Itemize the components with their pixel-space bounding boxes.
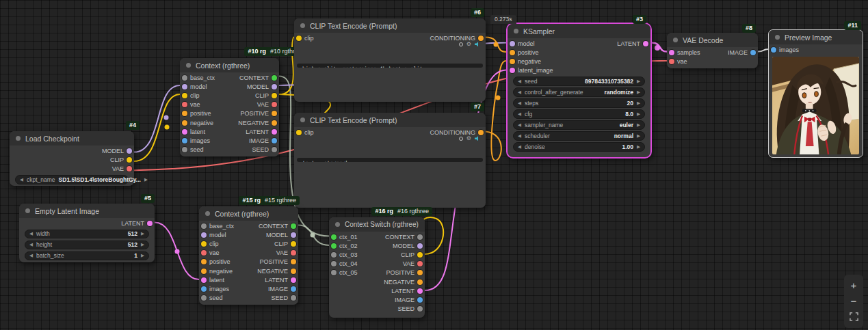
increment-icon[interactable]	[637, 122, 640, 128]
collapse-toggle-icon[interactable]	[300, 23, 305, 28]
collapse-toggle-icon[interactable]	[300, 118, 305, 122]
node-clip-text-encode-negative[interactable]: #7 CLIP Text Encode (Prompt) clipCONDITI…	[294, 113, 486, 208]
output-port-positive[interactable]: POSITIVE	[386, 269, 423, 276]
output-port-conditioning[interactable]: CONDITIONING	[430, 35, 484, 42]
input-port-ctx-02[interactable]: ctx_02	[331, 243, 358, 249]
decrement-icon[interactable]	[518, 122, 521, 128]
collapse-toggle-icon[interactable]	[186, 63, 191, 68]
width-widget[interactable]: width512	[25, 230, 149, 239]
speaker-icon[interactable]	[475, 42, 480, 46]
node-ksampler[interactable]: 0.273s #3 KSampler modelLATENT positive …	[506, 23, 652, 159]
output-port-vae[interactable]: VAE	[403, 260, 423, 267]
input-port-images[interactable]: images	[201, 286, 229, 292]
output-port-negative[interactable]: NEGATIVE	[384, 279, 423, 286]
output-port-model[interactable]: MODEL	[393, 243, 423, 249]
circle-icon[interactable]	[459, 42, 463, 46]
input-port-latent[interactable]: latent	[182, 128, 205, 135]
collapse-toggle-icon[interactable]	[775, 35, 780, 40]
collapse-toggle-icon[interactable]	[335, 222, 340, 227]
input-port-vae[interactable]: vae	[669, 58, 687, 65]
node-context-switch-16[interactable]: #16 rg#16 rgthree Context Switch (rgthre…	[329, 217, 425, 318]
output-port-positive[interactable]: POSITIVE	[259, 258, 296, 265]
input-port-images[interactable]: images	[771, 46, 799, 53]
prompt-textarea[interactable]: high quality,masterpiece,4k,best quality	[297, 64, 483, 68]
output-port-vae[interactable]: VAE	[112, 165, 132, 172]
ckpt-name-widget[interactable]: ckpt_nameSD1.5\SD1.4\storeBoughtGy...	[15, 175, 129, 184]
input-port-seed[interactable]: seed	[182, 146, 204, 153]
input-port-clip[interactable]: clip	[201, 240, 219, 247]
decrement-icon[interactable]	[518, 144, 521, 150]
decrement-icon[interactable]	[20, 177, 23, 182]
input-port-ctx-05[interactable]: ctx_05	[331, 269, 358, 276]
input-port-negative[interactable]: negative	[510, 58, 541, 65]
input-port-base-ctx[interactable]: base_ctx	[201, 223, 234, 230]
input-port-samples[interactable]: samples	[669, 49, 700, 56]
output-port-latent[interactable]: LATENT	[265, 277, 296, 284]
input-port-model[interactable]: model	[510, 40, 535, 47]
output-port-latent[interactable]: LATENT	[617, 40, 648, 47]
increment-icon[interactable]	[141, 231, 144, 236]
node-load-checkpoint[interactable]: #4 Load Checkpoint MODEL CLIP VAE ckpt_n…	[10, 131, 134, 186]
zoom-out-button[interactable]: −	[851, 297, 857, 306]
increment-icon[interactable]	[637, 133, 640, 139]
scheduler-widget[interactable]: schedulernormal	[513, 131, 645, 141]
input-port-positive[interactable]: positive	[182, 110, 211, 117]
input-port-positive[interactable]: positive	[510, 49, 539, 56]
increment-icon[interactable]	[144, 177, 148, 182]
input-port-model[interactable]: model	[201, 232, 226, 238]
steps-widget[interactable]: steps20	[513, 98, 645, 108]
decrement-icon[interactable]	[518, 133, 521, 139]
input-port-ctx-03[interactable]: ctx_03	[331, 251, 358, 258]
node-graph-canvas[interactable]: #4 Load Checkpoint MODEL CLIP VAE ckpt_n…	[0, 0, 868, 330]
node-clip-text-encode-positive[interactable]: #6 CLIP Text Encode (Prompt) clipCONDITI…	[294, 18, 486, 102]
output-port-image[interactable]: IMAGE	[249, 137, 277, 144]
input-port-negative[interactable]: negative	[201, 268, 233, 275]
output-port-latent[interactable]: LATENT	[121, 220, 153, 227]
node-preview-image[interactable]: #11 Preview Image images	[768, 29, 863, 158]
increment-icon[interactable]	[141, 253, 144, 258]
zoom-in-button[interactable]: +	[851, 281, 857, 290]
output-port-clip[interactable]: CLIP	[274, 240, 296, 247]
output-port-clip[interactable]: CLIP	[110, 156, 132, 163]
speaker-icon[interactable]	[475, 136, 480, 141]
input-port-seed[interactable]: seed	[201, 294, 223, 301]
collapse-toggle-icon[interactable]	[514, 29, 518, 33]
decrement-icon[interactable]	[518, 90, 521, 95]
node-empty-latent-image[interactable]: #5 Empty Latent Image LATENT width512 he…	[19, 204, 155, 262]
sampler-name-widget[interactable]: sampler_nameeuler	[513, 120, 645, 130]
output-port-seed[interactable]: SEED	[252, 146, 277, 153]
decrement-icon[interactable]	[29, 253, 33, 258]
increment-icon[interactable]	[141, 242, 144, 247]
cfg-widget[interactable]: cfg8.0	[513, 109, 645, 119]
input-port-images[interactable]: images	[182, 137, 210, 144]
collapse-toggle-icon[interactable]	[25, 208, 30, 213]
decrement-icon[interactable]	[518, 79, 521, 84]
decrement-icon[interactable]	[518, 100, 521, 106]
collapse-toggle-icon[interactable]	[673, 38, 678, 42]
output-port-latent[interactable]: LATENT	[246, 128, 277, 135]
output-port-negative[interactable]: NEGATIVE	[238, 120, 277, 126]
output-port-image[interactable]: IMAGE	[268, 286, 296, 292]
increment-icon[interactable]	[637, 90, 640, 95]
gear-icon[interactable]: ⚙	[466, 42, 471, 47]
input-port-vae[interactable]: vae	[182, 101, 200, 108]
node-context-10[interactable]: #10 rg#10 rgthree Context (rgthree) base…	[180, 58, 279, 156]
input-port-clip[interactable]: clip	[182, 92, 200, 99]
output-port-image[interactable]: IMAGE	[395, 297, 423, 303]
input-port-latent[interactable]: latent	[201, 277, 224, 284]
input-port-ctx-01[interactable]: ctx_01	[331, 234, 358, 240]
denoise-widget[interactable]: denoise1.00	[513, 142, 645, 152]
input-port-model[interactable]: model	[182, 83, 207, 90]
increment-icon[interactable]	[637, 100, 640, 106]
output-port-conditioning[interactable]: CONDITIONING	[430, 129, 484, 136]
output-port-vae[interactable]: VAE	[276, 249, 296, 256]
collapse-toggle-icon[interactable]	[205, 211, 210, 216]
output-port-clip[interactable]: CLIP	[255, 92, 277, 99]
input-port-vae[interactable]: vae	[201, 249, 220, 256]
input-port-negative[interactable]: negative	[182, 120, 213, 126]
batch-size-widget[interactable]: batch_size1	[25, 251, 149, 261]
input-port-positive[interactable]: positive	[201, 258, 231, 265]
decrement-icon[interactable]	[29, 231, 33, 236]
node-context-15[interactable]: #15 rg#15 rgthree Context (rgthree) base…	[199, 206, 298, 305]
seed-widget[interactable]: seed897843310735382	[513, 77, 645, 86]
